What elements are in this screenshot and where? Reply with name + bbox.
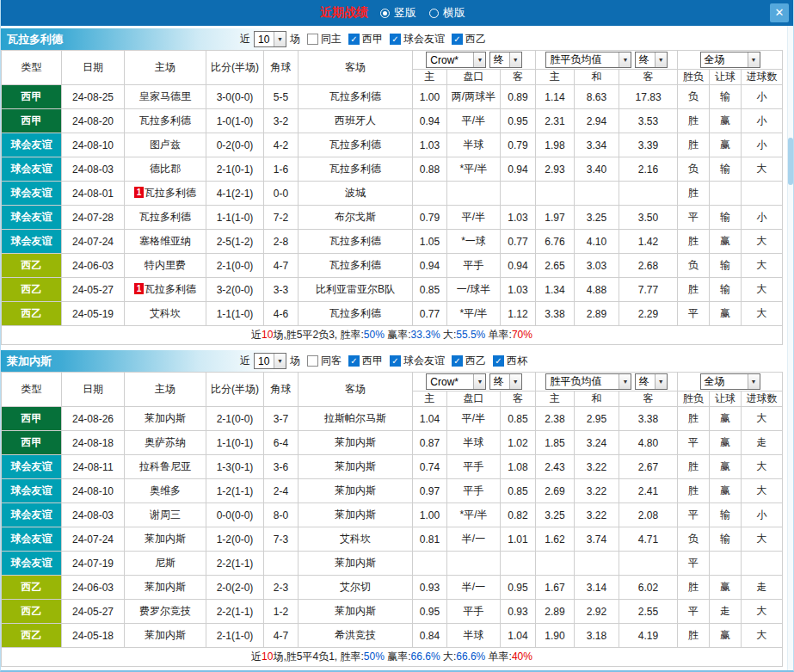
match-row: 西乙24-05-271瓦拉多利德3-2(0-0)3-3比利亚雷亚尔B队0.85一… (2, 278, 783, 302)
landscape-radio[interactable] (429, 9, 439, 18)
euro-avg-dropdown[interactable]: 胜平负均值 ▼ (545, 52, 631, 68)
goals-result-cell: 大 (742, 407, 783, 431)
match-row: 球会友谊24-08-011瓦拉多利德4-1(2-1)0-0波城胜 (2, 182, 783, 206)
filter-checkbox-西杯[interactable]: ✓西杯 (493, 354, 527, 368)
checkbox-unchecked-icon[interactable] (307, 34, 318, 45)
games-label: 场 (290, 354, 300, 368)
euro-home-odds: 2.69 (536, 479, 575, 503)
chevron-down-icon: ▼ (748, 52, 760, 67)
corners-cell: 2-8 (264, 230, 299, 254)
home-team-cell: 瓦拉多利德 (125, 206, 206, 230)
results-body: 西甲24-08-26莱加内斯2-1(0-0)3-7拉斯帕尔马斯1.04平/半0.… (2, 407, 783, 648)
away-team-cell: 莱加内斯 (299, 479, 413, 503)
away-team-cell: 希洪竞技 (299, 624, 413, 648)
result-cell: 负 (678, 527, 710, 552)
goals-result-cell: 大 (742, 157, 783, 182)
euro-draw-odds: 8.63 (575, 85, 619, 109)
checkbox-checked-icon[interactable]: ✓ (493, 355, 504, 367)
handicap-cell: *平/半 (447, 157, 501, 182)
summary-segment: 近 (251, 329, 262, 341)
handicap-result-cell (710, 182, 742, 206)
euro-away-odds: 3.50 (619, 206, 678, 230)
handicap-cell: 半/一 (447, 527, 501, 552)
asian-away-odds (501, 552, 536, 576)
score-cell: 2-1(0-1) (206, 157, 264, 182)
asian-final-dropdown[interactable]: 终 ▼ (489, 52, 522, 68)
away-team-cell: 瓦拉多利德 (299, 133, 413, 157)
goals-result-cell (742, 552, 783, 576)
goals-result-cell: 走 (742, 576, 783, 600)
euro-home-odds: 1.97 (536, 206, 575, 230)
asian-home-odds (413, 552, 447, 576)
checkbox-checked-icon[interactable]: ✓ (452, 355, 463, 367)
asian-away-odds: 0.85 (501, 479, 536, 503)
euro-home-odds: 1.34 (536, 278, 575, 302)
scope-dropdown[interactable]: 全场 ▼ (700, 373, 760, 390)
checkbox-checked-icon[interactable]: ✓ (390, 355, 401, 367)
filter-checkbox-西乙[interactable]: ✓西乙 (452, 32, 486, 46)
filter-checkbox-球会友谊[interactable]: ✓球会友谊 (390, 32, 445, 46)
euro-draw-odds: 3.25 (575, 206, 619, 230)
checkbox-checked-icon[interactable]: ✓ (348, 355, 360, 367)
euro-draw-odds: 3.22 (575, 503, 619, 527)
chevron-down-icon: ▼ (473, 52, 485, 67)
score-cell: 1-1(0-1) (206, 431, 264, 455)
date-cell: 24-07-24 (62, 527, 125, 552)
match-count-dropdown[interactable]: 10 ▼ (254, 31, 286, 47)
asian-away-odds: 1.08 (501, 455, 536, 479)
scope-dropdown[interactable]: 全场 ▼ (700, 52, 760, 68)
goals-result-cell: 大 (742, 624, 783, 648)
handicap-result-cell: 赢 (710, 576, 742, 600)
summary-segment: 赢率: (385, 650, 411, 663)
summary-segment: 大: (440, 650, 457, 663)
filter-checkbox-同主[interactable]: 同主 (307, 32, 342, 46)
score-cell: 4-1(2-1) (206, 182, 264, 206)
filter-checkbox-西乙[interactable]: ✓西乙 (452, 354, 486, 368)
euro-final-dropdown[interactable]: 终 ▼ (635, 373, 668, 390)
subheader-euro-home: 主 (536, 70, 575, 85)
euro-away-odds: 4.71 (619, 527, 678, 552)
checkbox-checked-icon[interactable]: ✓ (390, 34, 401, 45)
close-button[interactable]: ✕ (770, 3, 789, 22)
league-type-cell: 西甲 (2, 431, 62, 455)
filter-checkbox-西甲[interactable]: ✓西甲 (348, 354, 383, 368)
checkbox-checked-icon[interactable]: ✓ (452, 34, 463, 45)
euro-home-odds: 2.89 (536, 600, 575, 624)
filter-checkbox-球会友谊[interactable]: ✓球会友谊 (390, 354, 445, 368)
asian-away-odds: 0.85 (501, 407, 536, 431)
handicap-result-cell: 输 (710, 206, 742, 230)
column-header-date: 日期 (62, 51, 125, 85)
date-cell: 24-08-10 (62, 133, 125, 157)
euro-draw-odds: 3.03 (575, 254, 619, 278)
team-section-valladolid: 瓦拉多利德 近 10 ▼ 场 同主✓西甲✓球会友谊✓西乙 类型 日期 (1, 28, 793, 345)
euro-home-odds: 2.65 (536, 254, 575, 278)
odds-company-dropdown[interactable]: Crow* ▼ (426, 373, 486, 390)
handicap-result-cell: 赢 (710, 624, 742, 648)
filter-checkbox-西甲[interactable]: ✓西甲 (348, 32, 383, 46)
euro-avg-dropdown[interactable]: 胜平负均值 ▼ (545, 373, 631, 390)
euro-final-dropdown[interactable]: 终 ▼ (635, 52, 668, 68)
asian-away-odds: 0.82 (501, 503, 536, 527)
odds-company-dropdown[interactable]: Crow* ▼ (426, 52, 486, 68)
portrait-label: 竖版 (394, 5, 416, 21)
league-type-cell: 球会友谊 (2, 503, 62, 527)
match-count-dropdown[interactable]: 10 ▼ (254, 353, 286, 369)
asian-final-dropdown[interactable]: 终 ▼ (489, 373, 522, 390)
away-team-cell: 艾尔切 (299, 576, 413, 600)
euro-odds-controls: 胜平负均值 ▼ 终 ▼ (536, 51, 678, 70)
portrait-radio[interactable] (380, 9, 390, 18)
result-cell: 胜 (678, 407, 710, 431)
filter-checkbox-同客[interactable]: 同客 (307, 354, 342, 368)
euro-away-odds: 6.02 (619, 576, 678, 600)
checkbox-checked-icon[interactable]: ✓ (348, 34, 360, 45)
away-team-cell: 拉斯帕尔马斯 (299, 407, 413, 431)
summary-segment: 单率: (485, 650, 512, 663)
subheader-goals: 进球数 (742, 391, 783, 407)
checkbox-unchecked-icon[interactable] (307, 355, 318, 367)
result-cell: 胜 (678, 133, 710, 157)
scrollbar-thumb[interactable] (788, 138, 793, 185)
date-cell: 24-07-19 (62, 552, 125, 576)
asian-home-odds: 0.81 (413, 527, 447, 552)
filter-area: 近 10 ▼ 场 同客✓西甲✓球会友谊✓西乙✓西杯 (240, 353, 532, 369)
euro-home-odds: 1.98 (536, 133, 575, 157)
